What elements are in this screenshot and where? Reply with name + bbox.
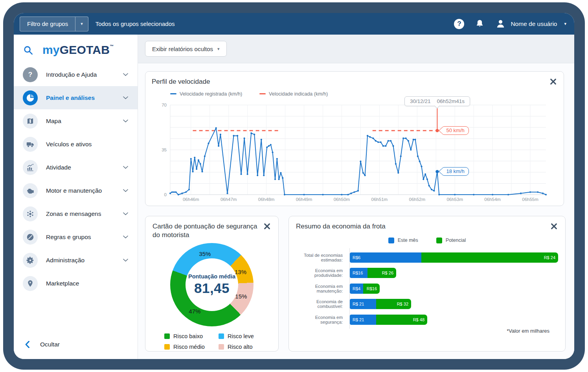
economy-row: Economia em manutenção:R$4R$16: [296, 281, 558, 296]
sidebar-item-zonas-e-mensagens[interactable]: Zonas e mensagens: [14, 202, 138, 225]
chevron-down-icon: [123, 212, 128, 215]
legend-label: Risco alto: [228, 344, 253, 350]
close-icon[interactable]: [549, 77, 557, 86]
reports-toolbar: Exibir relatórios ocultos ▾: [138, 35, 574, 63]
topbar-actions: ? Nome de usuário ▾: [454, 18, 566, 29]
potential-value: R$ 48: [413, 317, 424, 322]
sidebar-item-label: Veículos e ativos: [46, 141, 92, 148]
registered-speed-line: [170, 128, 546, 194]
sidebar-item-mapa[interactable]: Mapa: [14, 109, 138, 133]
legend-swatch: [436, 238, 442, 243]
user-icon: [495, 18, 506, 29]
sidebar-item-label: Marketplace: [46, 280, 79, 287]
svg-text:06h55m: 06h55m: [522, 197, 538, 202]
chevron-down-icon: [123, 166, 128, 169]
legend-item-risco-alto: Risco alto: [219, 344, 259, 350]
average-score-value: 81,45: [194, 280, 230, 296]
legend-swatch: [219, 344, 224, 350]
search-icon[interactable]: [23, 45, 33, 55]
chevron-left-icon: [25, 341, 30, 348]
svg-text:06h53m: 06h53m: [447, 197, 463, 202]
legend-label: Risco baixo: [173, 333, 203, 339]
svg-text:06h51m: 06h51m: [371, 197, 388, 202]
sidebar-item-label: Motor e manutenção: [46, 187, 102, 194]
sidebar-item-atividade[interactable]: Atividade: [14, 156, 138, 179]
economy-row: Total de economias estimadas:R$6R$ 24: [296, 250, 558, 265]
scorecard-header: Cartão de pontuação de segurança do moto…: [153, 222, 271, 239]
speed-chart-plot: 0357006h46m06h47m06h48m06h49m06h50m06h51…: [152, 100, 557, 202]
legend-item-risco-medio: Risco médio: [164, 344, 215, 350]
svg-text:06h47m: 06h47m: [220, 197, 237, 202]
sidebar-item-introducao-e-ajuda[interactable]: ?Introdução e Ajuda: [14, 63, 138, 86]
sidebar-nav: ?Introdução e AjudaPainel e análisesMapa…: [14, 63, 138, 334]
show-hidden-reports-button[interactable]: Exibir relatórios ocultos ▾: [145, 41, 227, 57]
current-month-bar: R$ 21: [350, 299, 376, 309]
potential-bar: R$ 48: [376, 315, 427, 325]
potential-bar: R$ 32: [376, 299, 411, 309]
svg-text:06h52m: 06h52m: [409, 197, 425, 202]
group-filter-button[interactable]: Filtro de grupos ▾: [20, 17, 88, 31]
driver-safety-scorecard-card: Cartão de pontuação de segurança do moto…: [145, 216, 279, 352]
indicated-speed-tag: 50 km/h: [441, 126, 469, 135]
bottom-cards-row: Cartão de pontuação de segurança do moto…: [145, 216, 564, 352]
speed-profile-card: Perfil de velocidade Velocidade registra…: [145, 71, 564, 206]
svg-text:70: 70: [162, 103, 167, 107]
chevron-down-icon: ▾: [564, 21, 566, 26]
economy-bars: R$ 21R$ 48: [346, 315, 427, 325]
topbar: Filtro de grupos ▾ Todos os grupos selec…: [14, 13, 574, 35]
gear-icon: [23, 253, 38, 268]
logo-row: myGEOTAB™: [14, 41, 138, 63]
legend-item-risco-baixo: Risco baixo: [164, 333, 215, 339]
show-hidden-reports-label: Exibir relatórios ocultos: [152, 46, 213, 52]
economy-footnote: *Valor em milhares: [507, 328, 549, 334]
svg-text:06h48m: 06h48m: [258, 197, 275, 202]
svg-text:06h46m: 06h46m: [183, 197, 199, 202]
legend-label: Velocidade indicada (km/h): [269, 91, 328, 97]
help-icon[interactable]: ?: [454, 19, 464, 29]
engine-icon: [23, 183, 38, 198]
bell-icon[interactable]: [475, 19, 485, 29]
sidebar-item-veiculos-e-ativos[interactable]: Veículos e ativos: [14, 133, 138, 156]
sidebar: myGEOTAB™ ?Introdução e AjudaPainel e an…: [14, 35, 138, 359]
current-month-bar: R$ 21: [350, 315, 376, 325]
sidebar-collapse-button[interactable]: Ocultar: [14, 334, 138, 359]
legend-item-este-mes: Este mês: [388, 238, 418, 243]
tooltip-time: 06h52m41s: [437, 98, 465, 104]
speed-card-header: Perfil de velocidade: [152, 77, 557, 86]
legend-swatch: [219, 333, 224, 339]
sidebar-item-label: Zonas e mensagens: [46, 210, 101, 217]
svg-text:0: 0: [164, 192, 167, 197]
svg-text:06h54m: 06h54m: [484, 197, 501, 202]
chevron-down-icon: [123, 189, 128, 192]
chevron-down-icon: [123, 236, 128, 239]
speed-chart-legend: Velocidade registrada (km/h)Velocidade i…: [170, 91, 557, 97]
potential-value: R$ 24: [544, 255, 555, 260]
help-circle-icon: ?: [23, 67, 38, 82]
sidebar-item-regras-e-grupos[interactable]: Regras e grupos: [14, 225, 138, 249]
close-icon[interactable]: [263, 222, 271, 230]
sidebar-item-motor-e-manutencao[interactable]: Motor e manutenção: [14, 179, 138, 202]
activity-icon: [23, 160, 38, 175]
legend-item-risco-leve: Risco leve: [219, 333, 259, 339]
current-month-bar: R$6: [350, 252, 421, 263]
app-window: Filtro de grupos ▾ Todos os grupos selec…: [14, 13, 574, 359]
user-menu[interactable]: Nome de usuário ▾: [495, 18, 566, 29]
svg-text:35: 35: [162, 147, 167, 152]
legend-item-indicated: Velocidade indicada (km/h): [259, 91, 328, 97]
economy-category-label: Economia em produtividade:: [296, 268, 346, 278]
scorecard-title: Cartão de pontuação de segurança do moto…: [153, 222, 259, 239]
close-icon[interactable]: [550, 222, 558, 230]
economy-row: Economia em produtividade:R$16R$ 26: [296, 265, 558, 281]
economy-row: Economia de combustível:R$ 21R$ 32: [296, 296, 558, 312]
potential-value: R$ 32: [397, 302, 408, 306]
current-month-bar: R$4: [350, 284, 363, 294]
chevron-down-icon: [123, 73, 128, 76]
chevron-down-icon[interactable]: ▾: [75, 17, 88, 31]
sidebar-item-administracao[interactable]: Administração: [14, 249, 138, 272]
current-month-value: R$ 21: [353, 317, 364, 322]
legend-item-registered: Velocidade registrada (km/h): [170, 91, 242, 97]
sidebar-item-marketplace[interactable]: Marketplace: [14, 272, 138, 295]
current-month-value: R$6: [353, 255, 360, 260]
sidebar-item-painel-e-analises[interactable]: Painel e análises: [14, 86, 138, 109]
sidebar-item-label: Atividade: [46, 164, 71, 171]
